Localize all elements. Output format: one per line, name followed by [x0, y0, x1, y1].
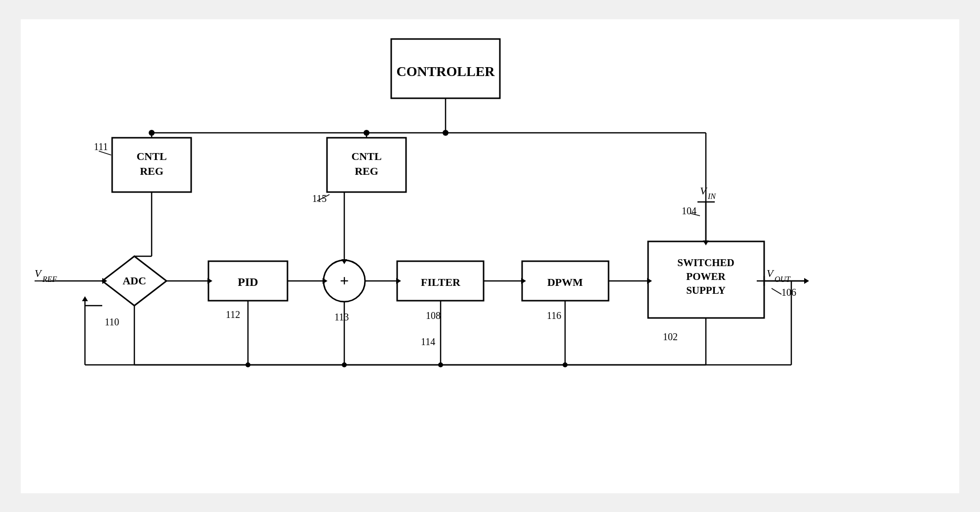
svg-text:115: 115: [312, 193, 327, 204]
svg-marker-52: [82, 296, 88, 301]
diagram-container: CONTROLLER CNTL REG CNTL REG ADC PID + F…: [21, 19, 959, 493]
svg-point-26: [149, 130, 155, 136]
svg-text:+: +: [340, 272, 349, 289]
svg-text:112: 112: [226, 309, 240, 320]
svg-text:REF: REF: [42, 275, 57, 283]
svg-text:116: 116: [547, 310, 561, 321]
svg-text:113: 113: [334, 312, 349, 322]
svg-line-81: [772, 288, 781, 294]
svg-point-66: [563, 362, 568, 367]
svg-point-62: [342, 362, 347, 367]
svg-text:SWITCHED: SWITCHED: [677, 257, 735, 269]
svg-text:ADC: ADC: [122, 275, 146, 287]
svg-point-64: [438, 362, 443, 367]
svg-text:111: 111: [94, 141, 108, 152]
svg-line-53: [85, 281, 102, 296]
svg-text:110: 110: [105, 316, 119, 327]
svg-text:102: 102: [663, 331, 678, 342]
svg-text:SUPPLY: SUPPLY: [686, 284, 726, 296]
svg-text:V: V: [767, 267, 775, 279]
svg-point-28: [364, 130, 369, 136]
svg-text:CONTROLLER: CONTROLLER: [396, 64, 495, 79]
svg-text:PID: PID: [238, 276, 258, 288]
svg-text:POWER: POWER: [686, 271, 726, 282]
svg-text:OUT: OUT: [775, 275, 791, 283]
svg-text:REG: REG: [355, 165, 378, 177]
svg-text:114: 114: [421, 336, 435, 347]
svg-point-60: [245, 362, 250, 367]
svg-text:V: V: [35, 267, 42, 279]
svg-text:IN: IN: [707, 192, 716, 200]
wiring-svg: CONTROLLER CNTL REG CNTL REG ADC PID + F…: [21, 19, 959, 493]
svg-text:FILTER: FILTER: [421, 276, 461, 288]
svg-text:108: 108: [426, 310, 441, 321]
svg-point-24: [443, 130, 449, 136]
svg-marker-94: [804, 278, 809, 284]
svg-text:V: V: [700, 185, 708, 197]
svg-text:REG: REG: [140, 165, 163, 177]
svg-text:CNTL: CNTL: [136, 150, 166, 162]
svg-text:DPWM: DPWM: [547, 276, 583, 288]
svg-text:106: 106: [781, 287, 796, 298]
svg-text:CNTL: CNTL: [351, 150, 381, 162]
